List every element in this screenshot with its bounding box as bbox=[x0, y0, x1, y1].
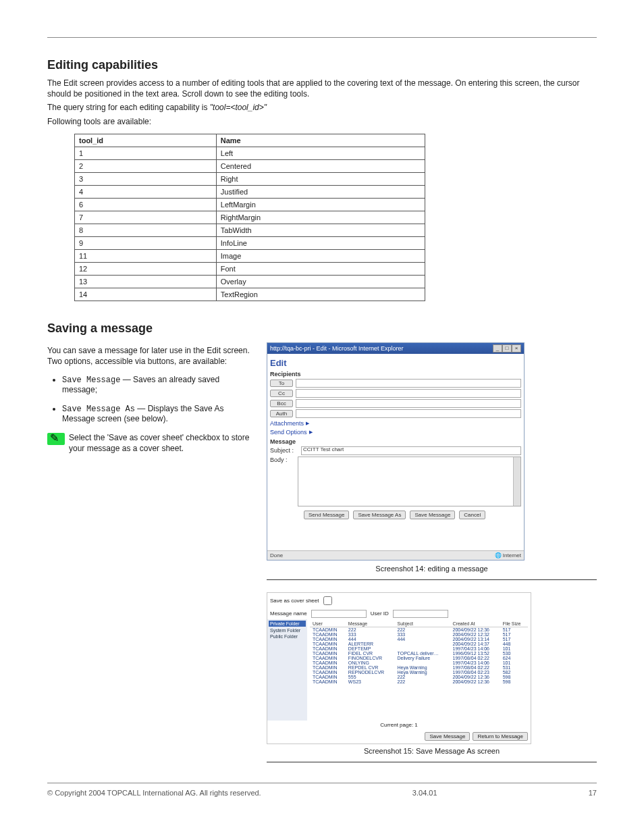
message-name-label: Message name bbox=[270, 610, 307, 617]
message-list-table: UserMessageSubjectCreated AtFile Size TC… bbox=[310, 621, 528, 684]
table-row: 1Left bbox=[75, 147, 425, 159]
fig1-window-controls: _□× bbox=[493, 344, 521, 353]
column-header[interactable]: Message bbox=[346, 621, 395, 627]
column-header[interactable]: File Size bbox=[500, 621, 528, 627]
figure-edit-window: http://tqa-bc-pri - Edit - Microsoft Int… bbox=[267, 342, 525, 561]
table-row: 2Centered bbox=[75, 159, 425, 172]
auth-input[interactable] bbox=[296, 409, 521, 418]
capabilities-table: tool_id Name 1Left2Centered3Right4Justif… bbox=[74, 134, 425, 301]
fig1-title: http://tqa-bc-pri - Edit - Microsoft Int… bbox=[270, 345, 404, 352]
save-message-as-button[interactable]: Save Message As bbox=[353, 511, 406, 519]
sidebar-item-system[interactable]: System Folder bbox=[269, 627, 306, 633]
to-button[interactable]: To bbox=[270, 380, 293, 387]
fig1-statusbar: Done 🌐 Internet bbox=[267, 550, 524, 560]
sidebar-item-private[interactable]: Private Folder bbox=[269, 621, 306, 627]
footer-copyright: © Copyright 2004 TOPCALL International A… bbox=[47, 789, 261, 797]
footer-page: 17 bbox=[589, 789, 597, 797]
body-scrollbar[interactable] bbox=[513, 457, 520, 506]
editing-intro-1: The Edit screen provides access to a num… bbox=[47, 78, 597, 99]
fig1-titlebar: http://tqa-bc-pri - Edit - Microsoft Int… bbox=[267, 343, 524, 354]
message-name-input[interactable] bbox=[311, 610, 367, 618]
table-row[interactable]: TCAADMINREPNODELCVRHeya Warning1997/08/0… bbox=[310, 670, 528, 675]
cc-input[interactable] bbox=[296, 389, 521, 398]
send-options-link[interactable]: Send Options bbox=[270, 429, 521, 436]
editing-intro-2: The query string for each editing capabi… bbox=[47, 102, 597, 113]
cc-button[interactable]: Cc bbox=[270, 390, 293, 397]
note-save-as-cover: Select the 'Save as cover sheet' checkbo… bbox=[47, 433, 250, 454]
table-row[interactable]: TCAADMIN3333332004/09/22 12:32517 bbox=[310, 632, 528, 637]
cancel-button[interactable]: Cancel bbox=[459, 511, 485, 519]
table-row: 9InfoLine bbox=[75, 236, 425, 249]
table-row[interactable]: TCAADMINFINONDELCVRDelivery Failure1997/… bbox=[310, 656, 528, 660]
bcc-button[interactable]: Bcc bbox=[270, 400, 293, 407]
body-textarea[interactable] bbox=[298, 457, 521, 506]
table-row[interactable]: TCAADMINFIDEL CVRTOPCALL deliver…1996/09… bbox=[310, 651, 528, 656]
fig2-caption: Screenshot 15: Save Message As screen bbox=[267, 747, 597, 762]
subject-input[interactable]: CCITT Test chart bbox=[301, 446, 521, 455]
label-save-message: Save Message bbox=[62, 375, 120, 385]
fig1-heading: Edit bbox=[270, 358, 521, 368]
saving-intro: You can save a message for later use in … bbox=[47, 345, 250, 367]
status-done: Done bbox=[270, 552, 283, 558]
status-internet: 🌐 Internet bbox=[495, 552, 521, 558]
table-row: 3Right bbox=[75, 172, 425, 185]
table-row[interactable]: TCAADMINALERTERR2004/09/22 14:37448 bbox=[310, 642, 528, 646]
bullet-save-message: Save Message — Saves an already saved me… bbox=[62, 375, 250, 394]
heading-editing-capabilities: Editing capabilities bbox=[47, 58, 597, 72]
cover-sheet-checkbox-label: Save as cover sheet bbox=[270, 594, 334, 607]
fig1-recipients-label: Recipients bbox=[270, 371, 521, 377]
fig2-save-message-button[interactable]: Save Message bbox=[425, 732, 470, 741]
subject-label: Subject : bbox=[270, 447, 298, 454]
to-input[interactable] bbox=[296, 379, 521, 388]
note-icon bbox=[47, 433, 65, 445]
user-id-input[interactable] bbox=[393, 610, 448, 618]
page-footer: © Copyright 2004 TOPCALL International A… bbox=[47, 783, 597, 797]
footer-version: 3.04.01 bbox=[412, 789, 437, 797]
table-row[interactable]: TCAADMINONLYING1997/04/23 14:06101 bbox=[310, 660, 528, 665]
table-row: 4Justified bbox=[75, 185, 425, 198]
column-header[interactable]: User bbox=[310, 621, 346, 627]
editing-intro-2a: The query string for each editing capabi… bbox=[47, 103, 207, 112]
table-row[interactable]: TCAADMIN2222222004/09/22 12:36517 bbox=[310, 627, 528, 632]
cover-sheet-checkbox[interactable] bbox=[323, 596, 332, 605]
table-row: 14TextRegion bbox=[75, 288, 425, 301]
table-row: 6LeftMargin bbox=[75, 198, 425, 211]
header-rule bbox=[47, 37, 597, 38]
max-icon[interactable]: □ bbox=[502, 344, 512, 353]
folder-sidebar: Private Folder System Folder Public Fold… bbox=[267, 619, 307, 721]
fig1-caption: Screenshot 14: editing a message bbox=[267, 565, 597, 580]
table-row: 7RightMargin bbox=[75, 211, 425, 224]
subject-value: CCITT Test chart bbox=[303, 446, 344, 452]
table-row: 8TabWidth bbox=[75, 224, 425, 236]
min-icon[interactable]: _ bbox=[493, 344, 502, 353]
table-row[interactable]: TCAADMINWS232222004/09/22 12:36598 bbox=[310, 679, 528, 684]
table-row[interactable]: TCAADMIN5552222004/09/22 12:36598 bbox=[310, 675, 528, 679]
table-row: 13Overlay bbox=[75, 275, 425, 288]
user-id-label: User ID bbox=[371, 610, 389, 617]
column-header[interactable]: Subject bbox=[395, 621, 450, 627]
col-name: Name bbox=[216, 134, 425, 147]
body-label: Body : bbox=[270, 457, 295, 463]
col-tool-id: tool_id bbox=[75, 134, 217, 147]
sidebar-item-public[interactable]: Public Folder bbox=[269, 633, 306, 640]
fig2-return-button[interactable]: Return to Message bbox=[473, 732, 528, 741]
save-options-list: Save Message — Saves an already saved me… bbox=[47, 375, 250, 423]
table-row[interactable]: TCAADMINDEFTEMP1997/04/23 14:06101 bbox=[310, 646, 528, 651]
table-row[interactable]: TCAADMINREPDEL CVRHeya Warning1997/08/04… bbox=[310, 665, 528, 670]
label-save-message-as: Save Message As bbox=[62, 405, 135, 414]
table-row: 12Font bbox=[75, 262, 425, 275]
heading-saving-message: Saving a message bbox=[47, 321, 597, 336]
bcc-input[interactable] bbox=[296, 399, 521, 408]
table-row[interactable]: TCAADMIN4444442004/09/22 13:14517 bbox=[310, 637, 528, 642]
auth-button[interactable]: Auth bbox=[270, 410, 293, 417]
figure-save-as: Save as cover sheet Message name User ID… bbox=[267, 592, 531, 744]
editing-intro-3: Following tools are available: bbox=[47, 116, 597, 127]
table-row: 11Image bbox=[75, 249, 425, 262]
save-message-button[interactable]: Save Message bbox=[410, 511, 455, 519]
fig1-message-label: Message bbox=[270, 438, 521, 445]
column-header[interactable]: Created At bbox=[450, 621, 500, 627]
close-icon[interactable]: × bbox=[512, 344, 521, 353]
attachments-link[interactable]: Attachments bbox=[270, 420, 521, 427]
bullet-save-message-as: Save Message As — Displays the Save As M… bbox=[62, 404, 250, 423]
send-message-button[interactable]: Send Message bbox=[304, 511, 349, 519]
